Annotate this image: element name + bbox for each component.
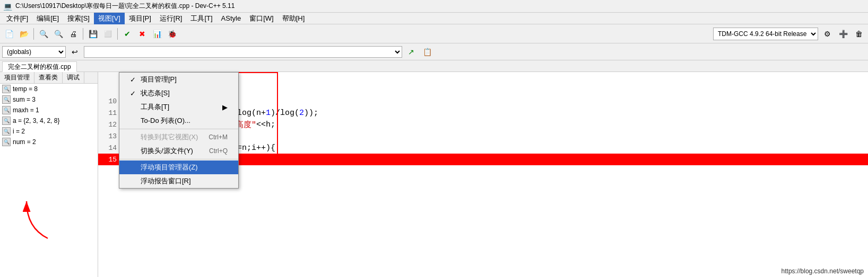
dm-item-float-report[interactable]: 浮动报告窗口[R]: [119, 174, 238, 188]
menu-search[interactable]: 搜索[S]: [63, 13, 94, 24]
btn-open[interactable]: 📂: [17, 27, 31, 41]
dm-label: 浮动项目管理器(Z): [141, 163, 198, 172]
sidebar-tabs: 项目管理 查看类 调试: [0, 72, 98, 84]
btn-scope-action[interactable]: ↩: [68, 45, 82, 59]
btn-check[interactable]: ✔: [120, 27, 134, 41]
dm-label: 项目管理[P]: [141, 75, 177, 84]
dm-item-switch-view[interactable]: 转换到其它视图(X) Ctrl+M: [119, 130, 238, 144]
dm-item-status-bar[interactable]: ✓ 状态条[S]: [119, 86, 238, 100]
sep2: [83, 28, 83, 40]
tab-label: 完全二叉树的权值.cpp: [8, 62, 71, 72]
line-number: 15: [98, 154, 119, 165]
btn-debug[interactable]: 🐞: [165, 27, 179, 41]
var-label: a = {2, 3, 4, 2, 8}: [13, 117, 59, 124]
var-icon: 🔍: [2, 138, 11, 146]
btn-chart[interactable]: 📊: [150, 27, 164, 41]
dm-item-float-project[interactable]: 浮动项目管理器(Z): [119, 160, 238, 174]
line-number: 11: [98, 107, 119, 119]
toolbar-secondary: (globals) ↩ ↗ 📋: [0, 43, 868, 60]
tab-bar: 完全二叉树的权值.cpp: [0, 60, 868, 72]
line-number: [98, 72, 119, 84]
check-icon: ✓: [130, 76, 138, 84]
dm-label: 切换头/源文件(Y): [141, 146, 193, 156]
check-icon: [130, 133, 138, 141]
check-icon: [130, 103, 138, 111]
dm-label: 状态条[S]: [141, 88, 170, 98]
btn-save[interactable]: 💾: [86, 27, 100, 41]
view-dropdown-menu[interactable]: ✓ 项目管理[P] ✓ 状态条[S] 工具条[T] ▶: [119, 72, 239, 189]
menu-file[interactable]: 文件[F]: [2, 13, 32, 24]
var-icon: 🔍: [2, 117, 11, 125]
var-label: maxh = 1: [13, 106, 39, 114]
dm-label: 工具条[T]: [141, 102, 169, 112]
code-text: <<h;: [256, 120, 275, 129]
btn-sym-action1[interactable]: ↗: [404, 45, 418, 59]
list-item: 🔍 sum = 3: [0, 94, 98, 105]
shortcut-label: Ctrl+M: [209, 133, 228, 141]
btn-sym-action2[interactable]: 📋: [420, 45, 434, 59]
list-item: 🔍 maxh = 1: [0, 105, 98, 115]
menu-edit[interactable]: 编辑[E]: [32, 13, 63, 24]
scope-select[interactable]: (globals): [2, 46, 66, 58]
btn-add-compiler[interactable]: ➕: [836, 27, 850, 41]
arrow-icon: ▶: [222, 103, 228, 111]
check-icon: [130, 177, 138, 185]
line-number: 10: [98, 95, 119, 107]
dm-item-project-manager[interactable]: ✓ 项目管理[P]: [119, 73, 238, 86]
check-icon: [130, 147, 138, 155]
var-icon: 🔍: [2, 85, 11, 93]
var-icon: 🔍: [2, 95, 11, 104]
number: 2: [299, 109, 304, 118]
menu-view[interactable]: 视图[V]: [94, 13, 125, 24]
symbol-select[interactable]: [84, 46, 402, 58]
var-label: num = 2: [13, 138, 36, 146]
menu-separator: [119, 159, 238, 159]
btn-copy[interactable]: ⬜: [101, 27, 115, 41]
watermark: https://blog.csdn.net/sweetqp: [782, 267, 864, 275]
list-item: 🔍 num = 2: [0, 137, 98, 147]
toolbar-main: 📄 📂 🔍 🔍 🖨 💾 ⬜ ✔ ✖ 📊 🐞 TDM-GCC 4.9.2 64-b…: [0, 24, 868, 43]
menu-separator: [119, 129, 238, 129]
btn-print[interactable]: 🖨: [66, 27, 80, 41]
list-item: 🔍 i = 2: [0, 126, 98, 137]
dm-item-toolbar[interactable]: 工具条[T] ▶: [119, 100, 238, 114]
sep3: [117, 28, 118, 40]
menu-help[interactable]: 帮助[H]: [278, 13, 309, 24]
btn-new[interactable]: 📄: [2, 27, 16, 41]
sidebar-tab-project[interactable]: 项目管理: [0, 72, 34, 83]
menu-project[interactable]: 项目[P]: [125, 13, 155, 24]
dm-label: To-Do 列表(O)...: [141, 116, 190, 126]
list-item: 🔍 temp = 8: [0, 84, 98, 94]
var-icon: 🔍: [2, 127, 11, 136]
btn-zoom-out[interactable]: 🔍: [51, 27, 65, 41]
menu-astyle[interactable]: AStyle: [217, 13, 246, 23]
check-icon: ✓: [130, 90, 138, 97]
dm-label: 浮动报告窗口[R]: [141, 176, 191, 186]
menu-bar: 文件[F] 编辑[E] 搜索[S] 视图[V] 项目[P] 运行[R] 工具[T…: [0, 13, 868, 24]
compiler-select[interactable]: TDM-GCC 4.9.2 64-bit Release: [713, 28, 818, 40]
sidebar: 项目管理 查看类 调试 🔍 temp = 8 🔍 sum = 3 🔍 maxh …: [0, 72, 98, 277]
tab-file[interactable]: 完全二叉树的权值.cpp: [2, 61, 77, 72]
sidebar-tab-classes[interactable]: 查看类: [34, 72, 63, 83]
line-number: 14: [98, 142, 119, 154]
btn-compiler-settings[interactable]: ⚙: [820, 27, 834, 41]
btn-zoom-in[interactable]: 🔍: [37, 27, 50, 41]
sidebar-tab-debug[interactable]: 调试: [63, 72, 84, 83]
menu-window[interactable]: 窗口[W]: [245, 13, 278, 24]
line-number: 13: [98, 130, 119, 142]
btn-cross[interactable]: ✖: [135, 27, 149, 41]
dm-item-switch-source[interactable]: 切换头/源文件(Y) Ctrl+Q: [119, 144, 238, 158]
shortcut-label: Ctrl+Q: [209, 147, 228, 155]
btn-remove-compiler[interactable]: 🗑: [852, 27, 866, 41]
app-icon: 💻: [3, 2, 12, 11]
code-text: ));: [304, 109, 318, 118]
dm-item-todo[interactable]: To-Do 列表(O)...: [119, 114, 238, 128]
compiler-area: TDM-GCC 4.9.2 64-bit Release ⚙ ➕ 🗑: [713, 27, 866, 41]
menu-tools[interactable]: 工具[T]: [186, 13, 216, 24]
var-label: sum = 3: [13, 96, 36, 103]
menu-run[interactable]: 运行[R]: [155, 13, 187, 24]
check-icon: [130, 164, 138, 172]
check-icon: [130, 117, 138, 125]
title-text: C:\Users\10917\Desktop\寒假每日一题\完全二叉树的权值.c…: [15, 2, 235, 11]
main-layout: 项目管理 查看类 调试 🔍 temp = 8 🔍 sum = 3 🔍 maxh …: [0, 72, 868, 277]
